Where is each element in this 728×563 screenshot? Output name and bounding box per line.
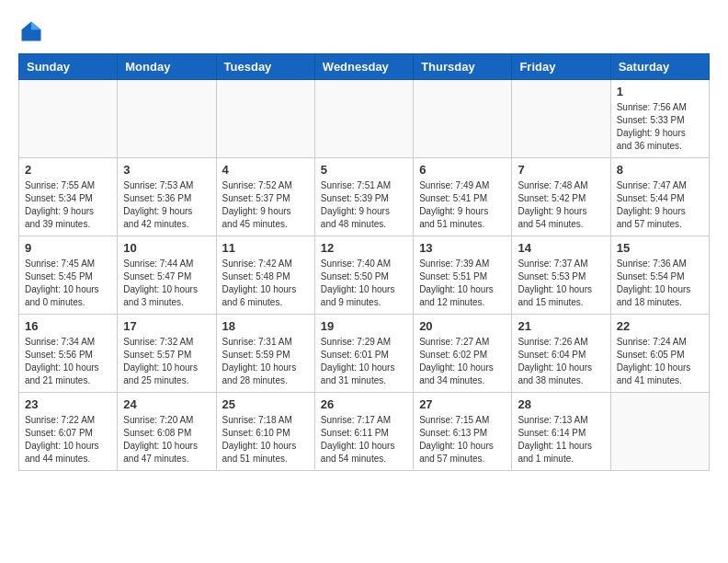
day-info: Sunrise: 7:45 AM Sunset: 5:45 PM Dayligh… <box>25 258 111 309</box>
weekday-header-saturday: Saturday <box>610 54 709 80</box>
day-number: 8 <box>617 163 703 177</box>
day-info: Sunrise: 7:51 AM Sunset: 5:39 PM Dayligh… <box>321 179 407 231</box>
day-number: 4 <box>222 163 309 177</box>
weekday-header-friday: Friday <box>512 54 610 80</box>
day-number: 28 <box>518 397 604 411</box>
day-info: Sunrise: 7:13 AM Sunset: 6:14 PM Dayligh… <box>518 414 604 465</box>
calendar-cell: 2Sunrise: 7:55 AM Sunset: 5:34 PM Daylig… <box>19 158 118 236</box>
day-info: Sunrise: 7:31 AM Sunset: 5:59 PM Dayligh… <box>222 336 309 387</box>
day-info: Sunrise: 7:37 AM Sunset: 5:53 PM Dayligh… <box>518 258 604 309</box>
day-info: Sunrise: 7:36 AM Sunset: 5:54 PM Dayligh… <box>617 258 703 309</box>
calendar-cell <box>610 393 709 471</box>
day-number: 22 <box>617 319 703 333</box>
logo-icon <box>18 18 44 44</box>
calendar-cell: 17Sunrise: 7:32 AM Sunset: 5:57 PM Dayli… <box>118 315 216 393</box>
calendar-cell <box>414 80 512 158</box>
calendar-cell: 19Sunrise: 7:29 AM Sunset: 6:01 PM Dayli… <box>314 315 413 393</box>
day-number: 24 <box>123 397 210 411</box>
calendar-cell <box>314 80 413 158</box>
day-info: Sunrise: 7:32 AM Sunset: 5:57 PM Dayligh… <box>123 336 210 387</box>
weekday-header-sunday: Sunday <box>19 54 118 80</box>
day-number: 19 <box>321 319 407 333</box>
svg-marker-1 <box>31 22 41 30</box>
day-info: Sunrise: 7:53 AM Sunset: 5:36 PM Dayligh… <box>123 179 210 231</box>
calendar-cell: 14Sunrise: 7:37 AM Sunset: 5:53 PM Dayli… <box>512 236 610 315</box>
calendar-cell: 1Sunrise: 7:56 AM Sunset: 5:33 PM Daylig… <box>610 80 709 158</box>
day-number: 1 <box>617 85 703 98</box>
calendar-week-1: 1Sunrise: 7:56 AM Sunset: 5:33 PM Daylig… <box>19 80 710 158</box>
day-number: 27 <box>419 397 506 411</box>
day-number: 14 <box>518 241 604 255</box>
calendar-cell: 24Sunrise: 7:20 AM Sunset: 6:08 PM Dayli… <box>118 393 216 471</box>
calendar-cell: 13Sunrise: 7:39 AM Sunset: 5:51 PM Dayli… <box>414 236 512 315</box>
calendar-cell: 15Sunrise: 7:36 AM Sunset: 5:54 PM Dayli… <box>610 236 709 315</box>
calendar-cell: 11Sunrise: 7:42 AM Sunset: 5:48 PM Dayli… <box>216 236 314 315</box>
calendar-cell: 10Sunrise: 7:44 AM Sunset: 5:47 PM Dayli… <box>118 236 216 315</box>
weekday-header-thursday: Thursday <box>414 54 512 80</box>
day-number: 6 <box>419 163 506 177</box>
calendar-cell: 4Sunrise: 7:52 AM Sunset: 5:37 PM Daylig… <box>216 158 314 236</box>
calendar-cell: 18Sunrise: 7:31 AM Sunset: 5:59 PM Dayli… <box>216 315 314 393</box>
calendar-week-3: 9Sunrise: 7:45 AM Sunset: 5:45 PM Daylig… <box>19 236 710 315</box>
day-info: Sunrise: 7:48 AM Sunset: 5:42 PM Dayligh… <box>518 179 604 231</box>
calendar-cell: 22Sunrise: 7:24 AM Sunset: 6:05 PM Dayli… <box>610 315 709 393</box>
day-info: Sunrise: 7:34 AM Sunset: 5:56 PM Dayligh… <box>25 336 111 387</box>
calendar-week-4: 16Sunrise: 7:34 AM Sunset: 5:56 PM Dayli… <box>19 315 710 393</box>
day-number: 5 <box>321 163 407 177</box>
day-number: 12 <box>321 241 407 255</box>
calendar-cell <box>512 80 610 158</box>
day-info: Sunrise: 7:52 AM Sunset: 5:37 PM Dayligh… <box>222 179 309 231</box>
day-info: Sunrise: 7:22 AM Sunset: 6:07 PM Dayligh… <box>25 414 111 465</box>
calendar-cell: 6Sunrise: 7:49 AM Sunset: 5:41 PM Daylig… <box>414 158 512 236</box>
day-number: 7 <box>518 163 604 177</box>
day-info: Sunrise: 7:39 AM Sunset: 5:51 PM Dayligh… <box>419 258 506 309</box>
day-number: 17 <box>123 319 210 333</box>
day-number: 20 <box>419 319 506 333</box>
day-number: 13 <box>419 241 506 255</box>
page-header <box>18 18 710 44</box>
calendar-cell <box>118 80 216 158</box>
calendar-cell: 20Sunrise: 7:27 AM Sunset: 6:02 PM Dayli… <box>414 315 512 393</box>
calendar-cell: 21Sunrise: 7:26 AM Sunset: 6:04 PM Dayli… <box>512 315 610 393</box>
day-info: Sunrise: 7:15 AM Sunset: 6:13 PM Dayligh… <box>419 414 506 465</box>
day-info: Sunrise: 7:40 AM Sunset: 5:50 PM Dayligh… <box>321 258 407 309</box>
weekday-header-monday: Monday <box>118 54 216 80</box>
day-info: Sunrise: 7:26 AM Sunset: 6:04 PM Dayligh… <box>518 336 604 387</box>
weekday-header-tuesday: Tuesday <box>216 54 314 80</box>
day-info: Sunrise: 7:17 AM Sunset: 6:11 PM Dayligh… <box>321 414 407 465</box>
day-number: 3 <box>123 163 210 177</box>
calendar-cell <box>19 80 118 158</box>
weekday-header-wednesday: Wednesday <box>314 54 413 80</box>
logo <box>18 18 48 44</box>
calendar-cell: 28Sunrise: 7:13 AM Sunset: 6:14 PM Dayli… <box>512 393 610 471</box>
day-number: 18 <box>222 319 309 333</box>
day-info: Sunrise: 7:27 AM Sunset: 6:02 PM Dayligh… <box>419 336 506 387</box>
calendar-cell: 3Sunrise: 7:53 AM Sunset: 5:36 PM Daylig… <box>118 158 216 236</box>
day-number: 25 <box>222 397 309 411</box>
day-number: 16 <box>25 319 111 333</box>
calendar-cell <box>216 80 314 158</box>
day-info: Sunrise: 7:56 AM Sunset: 5:33 PM Dayligh… <box>617 101 703 153</box>
calendar-cell: 5Sunrise: 7:51 AM Sunset: 5:39 PM Daylig… <box>314 158 413 236</box>
calendar-cell: 12Sunrise: 7:40 AM Sunset: 5:50 PM Dayli… <box>314 236 413 315</box>
calendar-cell: 8Sunrise: 7:47 AM Sunset: 5:44 PM Daylig… <box>610 158 709 236</box>
day-info: Sunrise: 7:44 AM Sunset: 5:47 PM Dayligh… <box>123 258 210 309</box>
day-info: Sunrise: 7:55 AM Sunset: 5:34 PM Dayligh… <box>25 179 111 231</box>
calendar-cell: 16Sunrise: 7:34 AM Sunset: 5:56 PM Dayli… <box>19 315 118 393</box>
day-info: Sunrise: 7:18 AM Sunset: 6:10 PM Dayligh… <box>222 414 309 465</box>
day-number: 9 <box>25 241 111 255</box>
day-info: Sunrise: 7:47 AM Sunset: 5:44 PM Dayligh… <box>617 179 703 231</box>
calendar-cell: 25Sunrise: 7:18 AM Sunset: 6:10 PM Dayli… <box>216 393 314 471</box>
day-number: 23 <box>25 397 111 411</box>
calendar-cell: 9Sunrise: 7:45 AM Sunset: 5:45 PM Daylig… <box>19 236 118 315</box>
day-number: 10 <box>123 241 210 255</box>
day-info: Sunrise: 7:24 AM Sunset: 6:05 PM Dayligh… <box>617 336 703 387</box>
day-info: Sunrise: 7:42 AM Sunset: 5:48 PM Dayligh… <box>222 258 309 309</box>
calendar-header-row: SundayMondayTuesdayWednesdayThursdayFrid… <box>19 54 710 80</box>
day-info: Sunrise: 7:49 AM Sunset: 5:41 PM Dayligh… <box>419 179 506 231</box>
calendar-cell: 23Sunrise: 7:22 AM Sunset: 6:07 PM Dayli… <box>19 393 118 471</box>
day-number: 2 <box>25 163 111 177</box>
calendar-cell: 27Sunrise: 7:15 AM Sunset: 6:13 PM Dayli… <box>414 393 512 471</box>
day-number: 26 <box>321 397 407 411</box>
day-number: 21 <box>518 319 604 333</box>
